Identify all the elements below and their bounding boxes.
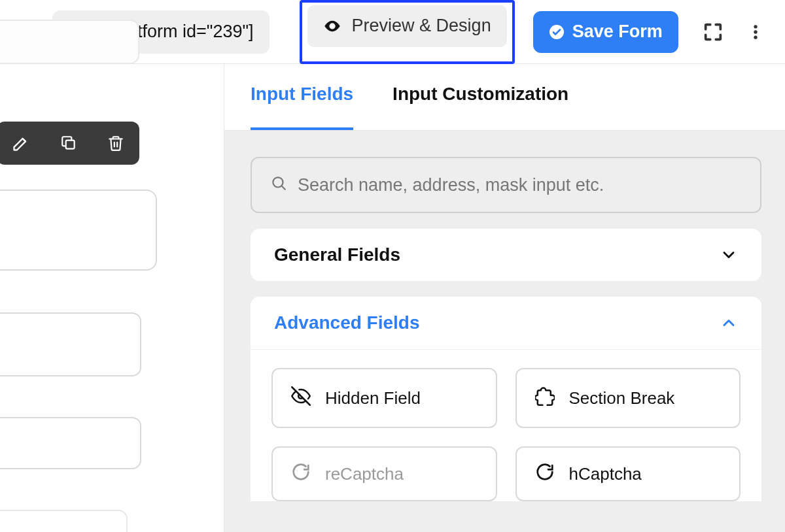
chevron-down-icon xyxy=(720,246,738,264)
field-section-break[interactable]: Section Break xyxy=(515,368,741,428)
tab-input-fields[interactable]: Input Fields xyxy=(251,84,353,130)
element-action-toolbar xyxy=(0,122,139,165)
chevron-up-icon xyxy=(720,314,738,332)
svg-rect-6 xyxy=(66,141,75,149)
panel-body: General Fields Advanced Fields xyxy=(224,131,785,532)
canvas-placeholder[interactable] xyxy=(0,190,157,271)
form-builder-canvas xyxy=(0,64,224,532)
panel-tabs: Input Fields Input Customization xyxy=(224,64,785,131)
check-circle-icon xyxy=(549,24,565,40)
hcaptcha-icon xyxy=(535,462,555,486)
preview-design-label: Preview & Design xyxy=(352,16,491,36)
edit-icon[interactable] xyxy=(12,134,30,152)
field-recaptcha[interactable]: reCaptcha xyxy=(271,446,497,501)
fields-panel: Input Fields Input Customization General… xyxy=(224,64,785,532)
field-hcaptcha[interactable]: hCaptcha xyxy=(515,446,741,501)
field-search[interactable] xyxy=(251,157,761,213)
search-icon xyxy=(270,175,287,196)
field-recaptcha-label: reCaptcha xyxy=(325,464,404,484)
accordion-advanced-wrap: Advanced Fields Hidden Field xyxy=(251,297,761,501)
top-extra-icons xyxy=(702,21,765,43)
accordion-advanced-fields[interactable]: Advanced Fields xyxy=(251,297,761,349)
field-section-break-label: Section Break xyxy=(569,388,675,408)
canvas-placeholder[interactable] xyxy=(0,417,141,469)
preview-design-button[interactable]: Preview & Design xyxy=(307,5,507,47)
puzzle-icon xyxy=(535,386,555,410)
svg-point-3 xyxy=(754,25,757,28)
more-vertical-icon[interactable] xyxy=(746,21,765,43)
field-hcaptcha-label: hCaptcha xyxy=(569,464,642,484)
duplicate-icon[interactable] xyxy=(60,135,77,152)
preview-highlight-box: Preview & Design xyxy=(300,0,515,64)
accordion-general-fields[interactable]: General Fields xyxy=(251,229,761,281)
advanced-field-grid: Hidden Field Section Break reCaptcha xyxy=(251,349,761,501)
svg-point-7 xyxy=(273,177,283,187)
field-search-input[interactable] xyxy=(298,175,742,195)
svg-point-5 xyxy=(754,35,757,39)
eye-icon xyxy=(323,17,341,35)
general-fields-label: General Fields xyxy=(274,244,400,265)
fullscreen-icon[interactable] xyxy=(702,21,724,43)
advanced-fields-label: Advanced Fields xyxy=(274,312,420,333)
canvas-placeholder[interactable] xyxy=(0,20,139,64)
eye-off-icon xyxy=(291,386,311,410)
save-form-label: Save Form xyxy=(572,22,663,42)
save-form-button[interactable]: Save Form xyxy=(533,11,678,53)
svg-point-4 xyxy=(754,30,757,33)
tab-input-customization[interactable]: Input Customization xyxy=(392,84,568,130)
svg-point-1 xyxy=(330,24,334,27)
recaptcha-icon xyxy=(291,462,311,486)
field-hidden-label: Hidden Field xyxy=(325,388,421,408)
field-hidden[interactable]: Hidden Field xyxy=(271,368,497,428)
canvas-placeholder[interactable] xyxy=(0,312,141,376)
delete-icon[interactable] xyxy=(107,135,124,152)
canvas-placeholder[interactable] xyxy=(0,510,128,532)
